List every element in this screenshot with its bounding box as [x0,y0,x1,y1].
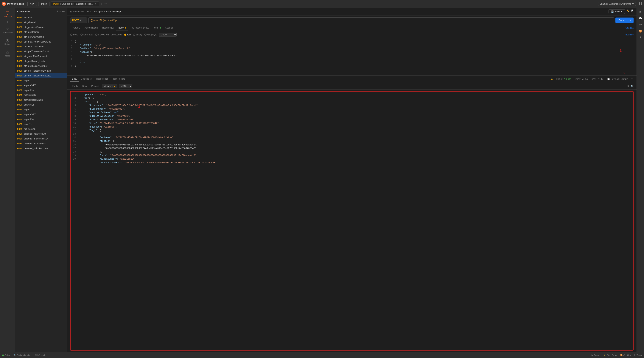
body-opt-urlencoded[interactable]: x-www-form-urlencoded [95,33,122,36]
list-item[interactable]: POSTgetUTXOs [15,102,67,107]
list-item[interactable]: POSTeth_getTransactionByHash [15,68,67,73]
runner-button[interactable]: ▶ Runner [592,354,600,356]
add-collection-button[interactable]: + [6,20,8,24]
list-item[interactable]: POSTexportKey [15,88,67,93]
list-item[interactable]: POSTimport [15,107,67,112]
body-opt-none[interactable]: none [70,33,78,36]
list-item[interactable]: POSTeth_signTransaction [15,44,67,49]
copy-response-icon[interactable]: ⎘ [628,85,629,88]
list-item[interactable]: POSTeth_getTransactionReceipt [15,73,67,78]
list-item[interactable]: POSTexport [15,78,67,83]
tab-tests[interactable]: Tests [151,25,163,31]
right-icon-info[interactable]: ℹ [638,35,643,40]
list-item[interactable]: POSTeth_chainId [15,20,67,25]
beautify-button[interactable]: Beautify [626,33,634,36]
cookies-button[interactable]: 🍪 Cookies [620,354,631,356]
comment-icon[interactable]: 💬 [631,9,634,14]
resp-body-visualize[interactable]: Visualize [102,84,118,88]
response-more-button[interactable]: ••• [631,78,634,80]
new-button[interactable]: New [28,2,37,6]
search-response-icon[interactable]: 🔍 [630,85,634,88]
resp-tab-cookies[interactable]: Cookies (3) [79,77,94,81]
tab-prerequest[interactable]: Pre-request Script [128,25,151,31]
breadcrumb-part1[interactable]: Avalanche [73,10,84,13]
right-icon-code[interactable]: </> [638,22,643,28]
list-item[interactable]: POSTeth_call [15,15,67,20]
method-select[interactable]: POST ▼ [70,17,87,23]
list-item[interactable]: POSTeth_getAssetBalance [15,25,67,30]
send-button[interactable]: Send [616,17,628,23]
add-collection-icon[interactable]: + [56,10,58,13]
edit-icon[interactable]: ✏️ [626,9,629,14]
active-request-tab[interactable]: POST POST eth_getTransactionRece... × [51,1,99,6]
tab-params[interactable]: Params [70,25,82,31]
start-proxy-button[interactable]: ⚡ Start Proxy [604,354,617,356]
list-item[interactable]: POSTgetAtomicTx [15,93,67,98]
body-format-select[interactable]: JSON Text JavaScript HTML XML [159,33,176,37]
list-item[interactable]: POSTpersonal_newAccount [15,132,67,136]
resp-tab-body[interactable]: Body [70,77,79,81]
body-opt-formdata[interactable]: form-data [80,33,93,36]
line-number: 3 [70,97,78,100]
save-dropdown-icon[interactable]: ▼ [620,10,622,13]
response-format-select[interactable]: JSON XML HTML [119,84,132,88]
resp-body-raw[interactable]: Raw [80,84,89,88]
right-sidebar: ⊞ 💬 </> 🍪 ℹ [636,8,644,352]
list-item[interactable]: POSTeth_getBlockByNumber [15,64,67,68]
body-opt-raw[interactable]: raw [124,33,131,36]
response-body[interactable]: 2 "jsonrpc": "2.0",3 "id": 1,4 "result":… [70,91,634,351]
list-item[interactable]: POSTissueTx [15,122,67,127]
tab-headers[interactable]: Headers (9) [100,25,116,31]
sidebar-item-environments[interactable]: Environments [0,25,15,36]
sidebar-item-history[interactable]: History [0,37,15,47]
save-button[interactable]: 💾 Save ▼ [608,9,625,14]
tab-close-icon[interactable]: × [95,2,96,5]
sidebar-item-mock[interactable]: Mock [0,49,15,59]
trash-button[interactable]: 🗑 Trash [634,354,642,356]
list-item[interactable]: POSTeth_getChainConfig [15,34,67,39]
resp-body-preview[interactable]: Preview [90,84,101,88]
list-item[interactable]: POSTnet_version [15,127,67,132]
right-icon-layout[interactable]: ⊞ [638,9,643,15]
more-tabs-button[interactable]: ••• [104,2,107,5]
body-opt-binary[interactable]: binary [133,33,142,36]
find-replace-button[interactable]: 🔍 Find and replace [14,354,32,356]
list-item[interactable]: POSTeth_maxPriorityFeePerGas [15,39,67,44]
list-item[interactable]: POSTeth_getBlockByHash [15,59,67,64]
add-tab-button[interactable]: + [100,2,104,5]
resp-tab-headers[interactable]: Headers (15) [94,77,111,81]
request-body-editor[interactable]: 1{2 "jsonrpc": "2.0",3 "method": "eth_ge… [67,38,636,75]
list-item[interactable]: POSTpersonal_listAccounts [15,141,67,146]
list-item[interactable]: POSTpersonal_unlockAccount [15,146,67,151]
tab-body[interactable]: Body [116,25,128,31]
console-button[interactable]: ⬛ Console [35,354,46,356]
list-item[interactable]: POSTpersonal_importRawKey [15,136,67,141]
list-item[interactable]: POSTimportKey [15,117,67,122]
resp-body-pretty[interactable]: Pretty [70,84,80,88]
send-dropdown-button[interactable]: ▼ [628,17,634,23]
more-options-icon[interactable]: ••• [62,10,65,13]
breadcrumb-part2[interactable]: EVM [86,10,91,13]
save-example-button[interactable]: 💾 Save as Example [607,78,628,80]
list-item[interactable]: POSTgetAtomicTxStatus [15,98,67,102]
list-item[interactable]: POSTeth_sendRawTransaction [15,54,67,59]
right-icon-comment[interactable]: 💬 [638,16,643,21]
sidebar-item-collections[interactable]: Collections [0,9,15,19]
filter-icon[interactable]: ≡ [59,10,61,13]
url-input[interactable] [88,17,614,23]
list-item[interactable]: POSTeth_getTransactionCount [15,49,67,54]
list-item[interactable]: POSTimportAVAX [15,112,67,117]
cookies-link[interactable]: Cookies [626,27,634,29]
layout-icon[interactable] [639,2,642,5]
line-content: "transactionHash": "0x20cb0c03dbbe39e934… [78,161,633,165]
resp-tab-test-results[interactable]: Test Results [111,77,127,81]
body-opt-graphql[interactable]: GraphQL [144,33,156,36]
tab-authorization[interactable]: Authorization [82,25,100,31]
list-item[interactable]: POSTeth_getBalance [15,30,67,34]
tab-settings[interactable]: Settings [163,25,176,31]
code-line: 5 "blockHash": "0xd5bd167f183efc36e75a92… [70,104,633,107]
environment-selector[interactable]: Example-Avalanche-Environme ▼ [598,2,636,6]
list-item[interactable]: POSTexportAVAX [15,83,67,88]
right-icon-cookie[interactable]: 🍪 [638,28,643,34]
import-button[interactable]: Import [38,2,50,6]
